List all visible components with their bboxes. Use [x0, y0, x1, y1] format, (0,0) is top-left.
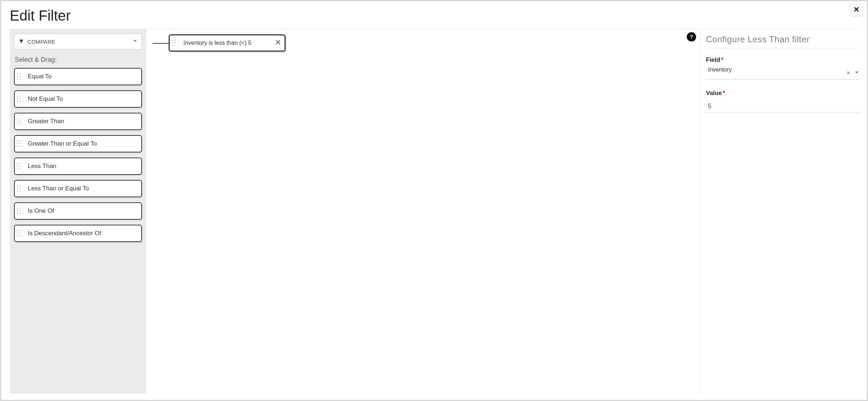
drag-handle-icon[interactable] — [15, 69, 23, 85]
palette-item-equal-to[interactable]: Equal To — [14, 68, 142, 85]
remove-node-button[interactable] — [272, 40, 285, 46]
filter-node[interactable]: Inventory is less than (<) 5 — [169, 34, 286, 52]
configure-title: Configure Less Than filter — [706, 34, 860, 48]
close-button[interactable] — [850, 4, 863, 16]
palette-item-less-than-or-equal[interactable]: Less Than or Equal To — [14, 180, 142, 197]
drag-handle-icon[interactable] — [15, 113, 23, 129]
palette-item-label: Less Than — [23, 163, 56, 170]
palette-item-label: Equal To — [23, 73, 52, 80]
palette-item-descendant-ancestor[interactable]: Is Descendant/Ancestor Of — [14, 225, 142, 242]
close-icon — [275, 40, 281, 46]
palette-item-greater-than-or-equal[interactable]: Greater Than or Equal To — [14, 135, 142, 152]
chevron-down-icon[interactable] — [852, 68, 860, 78]
filter-category-select[interactable]: COMPARE — [14, 34, 142, 49]
filter-icon — [19, 39, 24, 44]
palette-item-less-than[interactable]: Less Than — [14, 158, 142, 175]
edit-filter-dialog: Edit Filter COMPARE Select & Drag: Equal… — [1, 1, 867, 400]
drag-handle-icon[interactable] — [15, 225, 23, 241]
drag-handle-icon[interactable] — [15, 158, 23, 174]
field-group-field: Field* Inventory × — [706, 56, 860, 79]
drag-handle-icon[interactable] — [15, 91, 23, 107]
drag-handle-icon[interactable] — [15, 203, 23, 219]
field-label-field: Field* — [706, 56, 860, 64]
filter-node-label: Inventory is less than (<) 5 — [178, 40, 272, 46]
drag-handle-icon[interactable] — [170, 35, 178, 51]
palette-item-not-equal-to[interactable]: Not Equal To — [14, 90, 142, 108]
dialog-title: Edit Filter — [1, 1, 867, 29]
field-group-value: Value* — [706, 90, 860, 113]
palette-item-is-one-of[interactable]: Is One Of — [14, 202, 142, 220]
drag-handle-icon[interactable] — [15, 136, 23, 152]
drag-handle-icon[interactable] — [15, 181, 23, 197]
connector-line — [153, 43, 169, 44]
configure-panel: Configure Less Than filter Field* Invent… — [700, 29, 867, 393]
palette-item-label: Not Equal To — [23, 95, 63, 103]
required-marker: * — [722, 90, 725, 96]
value-input[interactable] — [706, 100, 860, 112]
select-drag-label: Select & Drag: — [15, 56, 142, 64]
palette-item-label: Is Descendant/Ancestor Of — [23, 230, 101, 237]
required-marker: * — [721, 56, 724, 63]
help-button[interactable]: ? — [687, 32, 696, 42]
filter-category-label: COMPARE — [27, 39, 55, 45]
filter-palette: COMPARE Select & Drag: Equal To Not Equa… — [10, 29, 146, 393]
help-icon-label: ? — [690, 34, 693, 40]
field-select[interactable]: Inventory × — [706, 66, 860, 79]
palette-item-greater-than[interactable]: Greater Than — [14, 113, 142, 130]
chevron-down-icon — [133, 38, 137, 45]
palette-item-label: Greater Than — [23, 118, 64, 125]
close-icon — [854, 7, 859, 14]
field-value: Inventory — [706, 66, 844, 79]
clear-field-button[interactable]: × — [844, 68, 852, 78]
filter-canvas[interactable]: Inventory is less than (<) 5 ? — [146, 29, 700, 393]
palette-item-label: Less Than or Equal To — [23, 185, 89, 192]
palette-item-label: Greater Than or Equal To — [23, 140, 97, 147]
field-label-value: Value* — [706, 90, 860, 97]
palette-item-label: Is One Of — [23, 207, 54, 215]
